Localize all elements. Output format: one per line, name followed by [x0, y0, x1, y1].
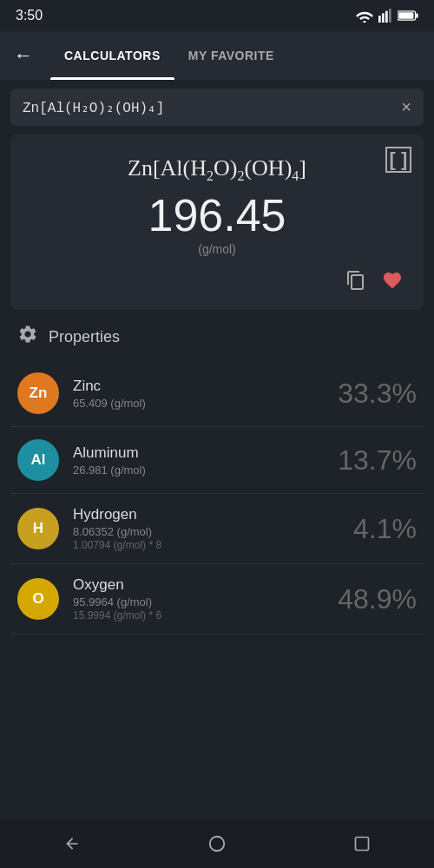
properties-header: Properties	[0, 310, 434, 360]
element-row: Zn Zinc 65.409 (g/mol) 33.3%	[10, 360, 424, 427]
back-button[interactable]: ←	[14, 44, 33, 67]
svg-point-8	[210, 837, 225, 852]
svg-rect-4	[389, 9, 391, 23]
element-name-o: Oxygen	[73, 576, 338, 594]
signal-icon	[378, 9, 392, 23]
element-circle-zn: Zn	[17, 372, 59, 414]
favorite-button[interactable]	[382, 270, 403, 296]
element-percent-zn: 33.3%	[338, 378, 417, 410]
tab-calculators[interactable]: CALCULATORS	[50, 31, 174, 80]
element-info-zn: Zinc 65.409 (g/mol)	[59, 378, 338, 410]
element-percent-o: 48.9%	[338, 583, 417, 615]
gear-icon	[17, 324, 38, 350]
element-row: H Hydrogen 8.06352 (g/mol) 1.00794 (g/mo…	[10, 494, 424, 564]
copy-button[interactable]	[345, 270, 366, 296]
molar-mass: 196.45	[28, 191, 406, 240]
element-mass-al: 26.981 (g/mol)	[73, 464, 338, 477]
recents-nav-icon	[353, 835, 371, 852]
wifi-icon	[356, 9, 373, 23]
nav-tabs: CALCULATORS MY FAVORITE	[50, 31, 420, 80]
search-formula: Zn[Al(H₂O)₂(OH)₄]	[23, 99, 164, 116]
result-area: [ ] Zn[Al(H2O)2(OH)4] 196.45 (g/mol)	[10, 135, 424, 310]
element-percent-h: 4.1%	[353, 513, 417, 545]
element-name-h: Hydrogen	[73, 506, 353, 523]
element-row: Al Aluminum 26.981 (g/mol) 13.7%	[10, 427, 424, 494]
element-info-al: Aluminum 26.981 (g/mol)	[59, 444, 338, 477]
formula-display: Zn[Al(H2O)2(OH)4]	[28, 155, 406, 184]
svg-rect-6	[416, 13, 418, 17]
element-mass-h: 8.06352 (g/mol)	[73, 525, 353, 538]
status-icons	[356, 9, 418, 23]
recents-nav-button[interactable]	[340, 822, 384, 865]
copy-icon	[345, 270, 366, 291]
action-row	[28, 270, 406, 296]
svg-rect-7	[398, 12, 413, 19]
svg-rect-2	[382, 13, 385, 23]
element-detail-o: 15.9994 (g/mol) * 6	[73, 609, 338, 621]
heart-icon	[382, 270, 403, 291]
svg-point-0	[363, 21, 365, 23]
properties-title: Properties	[49, 328, 120, 346]
bracket-button[interactable]: [ ]	[385, 147, 411, 173]
element-detail-h: 1.00794 (g/mol) * 8	[73, 539, 353, 551]
element-circle-al: Al	[17, 439, 59, 481]
home-nav-icon	[207, 834, 227, 853]
element-mass-zn: 65.409 (g/mol)	[73, 397, 338, 410]
svg-rect-3	[385, 11, 388, 23]
back-nav-icon	[63, 835, 81, 852]
element-info-o: Oxygen 95.9964 (g/mol) 15.9994 (g/mol) *…	[59, 576, 338, 621]
svg-rect-9	[355, 838, 368, 851]
element-circle-o: O	[17, 578, 59, 620]
top-nav: ← CALCULATORS MY FAVORITE	[0, 31, 434, 80]
bottom-nav	[0, 819, 434, 868]
element-percent-al: 13.7%	[338, 444, 417, 477]
clear-button[interactable]: ×	[401, 97, 411, 117]
back-nav-button[interactable]	[50, 822, 94, 865]
status-time: 3:50	[16, 8, 43, 23]
status-bar: 3:50	[0, 0, 434, 31]
tab-my-favorite[interactable]: MY FAVORITE	[174, 31, 288, 80]
element-mass-o: 95.9964 (g/mol)	[73, 595, 338, 608]
element-list: Zn Zinc 65.409 (g/mol) 33.3% Al Aluminum…	[0, 360, 434, 635]
element-name-zn: Zinc	[73, 378, 338, 395]
search-bar: Zn[Al(H₂O)₂(OH)₄] ×	[10, 89, 424, 126]
unit-label: (g/mol)	[28, 242, 406, 256]
battery-icon	[398, 10, 418, 22]
element-name-al: Aluminum	[73, 444, 338, 462]
home-nav-button[interactable]	[195, 822, 239, 865]
element-circle-h: H	[17, 508, 59, 549]
svg-rect-1	[378, 16, 381, 23]
element-row: O Oxygen 95.9964 (g/mol) 15.9994 (g/mol)…	[10, 564, 424, 635]
element-info-h: Hydrogen 8.06352 (g/mol) 1.00794 (g/mol)…	[59, 506, 353, 551]
